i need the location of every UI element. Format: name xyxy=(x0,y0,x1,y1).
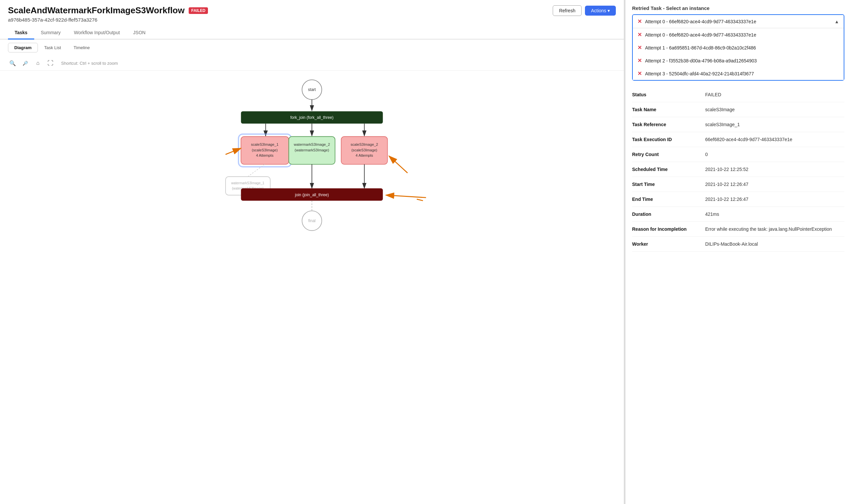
dropdown-option-2[interactable]: ✕ Attempt 2 - f3552b38-d00a-4796-b08a-a9… xyxy=(633,54,844,67)
option-0-label: Attempt 0 - 66ef6820-ace4-4cd9-9d77-4633… xyxy=(645,32,756,37)
detail-label-task-name: Task Name xyxy=(632,107,698,112)
detail-value-reason: Error while executing the task: java.lan… xyxy=(705,227,844,232)
detail-row-scheduled-time: Scheduled Time 2021-10-22 12:25:52 xyxy=(632,162,844,177)
detail-row-status: Status FAILED xyxy=(632,87,844,102)
svg-text:(watermarkS3Image): (watermarkS3Image) xyxy=(295,148,329,152)
svg-text:start: start xyxy=(308,87,316,92)
svg-text:(scaleS3Image): (scaleS3Image) xyxy=(351,148,377,152)
option-1-label: Attempt 1 - 6a695851-867d-4cd8-86c9-0b2a… xyxy=(645,45,756,51)
sub-tab-task-list[interactable]: Task List xyxy=(38,43,67,52)
option-2-label: Attempt 2 - f3552b38-d00a-4796-b08a-a9ad… xyxy=(645,58,757,64)
detail-value-scheduled-time: 2021-10-22 12:25:52 xyxy=(705,167,844,172)
detail-value-task-ref: scaleS3Image_1 xyxy=(705,122,844,127)
svg-text:scaleS3Image_1: scaleS3Image_1 xyxy=(251,142,278,146)
detail-row-start-time: Start Time 2021-10-22 12:26:47 xyxy=(632,177,844,192)
detail-row-task-ref: Task Reference scaleS3Image_1 xyxy=(632,117,844,132)
dropdown-list: ✕ Attempt 0 - 66ef6820-ace4-4cd9-9d77-46… xyxy=(633,28,844,80)
svg-text:(scaleS3Image): (scaleS3Image) xyxy=(252,148,278,152)
detail-label-retry-count: Retry Count xyxy=(632,152,698,157)
detail-value-start-time: 2021-10-22 12:26:47 xyxy=(705,182,844,187)
detail-value-worker: DILIPs-MacBook-Air.local xyxy=(705,241,844,247)
svg-text:4 Attempts: 4 Attempts xyxy=(256,154,274,157)
detail-row-duration: Duration 421ms xyxy=(632,207,844,222)
workflow-name-text: ScaleAndWatermarkForkImageS3Workflow xyxy=(8,5,185,16)
actions-button[interactable]: Actions ▾ xyxy=(585,6,616,16)
main-tabs: Tasks Summary Workflow Input/Output JSON xyxy=(0,26,624,39)
option-0-failed-icon: ✕ xyxy=(637,32,642,38)
svg-text:watermarkS3Image_2: watermarkS3Image_2 xyxy=(294,142,330,146)
option-1-failed-icon: ✕ xyxy=(637,44,642,51)
right-panel: Retried Task - Select an instance ✕ Atte… xyxy=(625,0,851,504)
dropdown-option-3[interactable]: ✕ Attempt 3 - 52504dfc-afd4-40a2-9224-21… xyxy=(633,67,844,80)
detail-label-start-time: Start Time xyxy=(632,182,698,187)
detail-value-end-time: 2021-10-22 12:26:47 xyxy=(705,197,844,202)
zoom-in-icon[interactable]: 🔎 xyxy=(21,58,30,68)
tab-json[interactable]: JSON xyxy=(127,26,152,39)
workflow-title: ScaleAndWatermarkForkImageS3Workflow FAI… xyxy=(8,5,208,16)
detail-row-worker: Worker DILIPs-MacBook-Air.local xyxy=(632,237,844,252)
detail-value-retry-count: 0 xyxy=(705,152,844,157)
svg-text:4 Attempts: 4 Attempts xyxy=(356,154,373,157)
detail-row-task-name: Task Name scaleS3Image xyxy=(632,102,844,117)
svg-text:join (join_all_three): join (join_all_three) xyxy=(295,193,329,197)
detail-row-end-time: End Time 2021-10-22 12:26:47 xyxy=(632,192,844,207)
detail-value-status: FAILED xyxy=(705,92,844,97)
zoom-out-icon[interactable]: 🔍 xyxy=(8,58,17,68)
sub-tab-diagram[interactable]: Diagram xyxy=(8,43,38,52)
detail-row-retry-count: Retry Count 0 xyxy=(632,147,844,162)
option-3-label: Attempt 3 - 52504dfc-afd4-40a2-9224-214b… xyxy=(645,71,754,76)
sub-tab-timeline[interactable]: Timeline xyxy=(67,43,96,52)
detail-label-task-ref: Task Reference xyxy=(632,122,698,127)
status-badge: FAILED xyxy=(189,7,208,14)
detail-value-task-name: scaleS3Image xyxy=(705,107,844,112)
detail-section: Status FAILED Task Name scaleS3Image Tas… xyxy=(625,81,851,258)
workflow-id: a976b485-357a-42cf-922d-ffef573a3276 xyxy=(8,17,208,22)
dropdown-chevron-up-icon: ▲ xyxy=(834,19,839,24)
dropdown-selected[interactable]: ✕ Attempt 0 - 66ef6820-ace4-4cd9-9d77-46… xyxy=(633,15,844,28)
detail-row-reason: Reason for Incompletion Error while exec… xyxy=(632,222,844,237)
svg-text:scaleS3Image_2: scaleS3Image_2 xyxy=(351,142,378,146)
tab-workflow-io[interactable]: Workflow Input/Output xyxy=(67,26,127,39)
detail-value-exec-id: 66ef6820-ace4-4cd9-9d77-463343337e1e xyxy=(705,137,844,142)
detail-row-exec-id: Task Execution ID 66ef6820-ace4-4cd9-9d7… xyxy=(632,132,844,147)
tab-tasks[interactable]: Tasks xyxy=(8,26,34,39)
svg-text:watermarkS3Image_1: watermarkS3Image_1 xyxy=(231,181,264,185)
detail-label-scheduled-time: Scheduled Time xyxy=(632,167,698,172)
refresh-button[interactable]: Refresh xyxy=(553,5,582,16)
selected-instance-text: Attempt 0 - 66ef6820-ace4-4cd9-9d77-4633… xyxy=(645,19,756,24)
diagram-toolbar: 🔍 🔎 ⌂ ⛶ Shortcut: Ctrl + scroll to zoom xyxy=(0,56,624,71)
detail-label-worker: Worker xyxy=(632,241,698,247)
detail-value-duration: 421ms xyxy=(705,212,844,217)
detail-label-end-time: End Time xyxy=(632,197,698,202)
dropdown-option-1[interactable]: ✕ Attempt 1 - 6a695851-867d-4cd8-86c9-0b… xyxy=(633,41,844,54)
instance-dropdown[interactable]: ✕ Attempt 0 - 66ef6820-ace4-4cd9-9d77-46… xyxy=(632,14,844,81)
detail-label-reason: Reason for Incompletion xyxy=(632,227,698,232)
shortcut-hint: Shortcut: Ctrl + scroll to zoom xyxy=(61,61,118,66)
svg-text:final: final xyxy=(308,218,316,223)
sub-tabs: Diagram Task List Timeline xyxy=(0,39,624,56)
option-3-failed-icon: ✕ xyxy=(637,70,642,77)
retried-task-title: Retried Task - Select an instance xyxy=(625,0,851,14)
option-2-failed-icon: ✕ xyxy=(637,57,642,64)
fullscreen-icon[interactable]: ⛶ xyxy=(46,58,55,68)
workflow-diagram: start fork_join (fork_all_three) scaleS3… xyxy=(7,77,617,250)
selected-failed-icon: ✕ xyxy=(637,18,642,24)
diagram-area: start fork_join (fork_all_three) scaleS3… xyxy=(0,71,624,504)
detail-label-duration: Duration xyxy=(632,212,698,217)
svg-text:fork_join (fork_all_three): fork_join (fork_all_three) xyxy=(290,115,334,120)
home-icon[interactable]: ⌂ xyxy=(33,58,42,68)
detail-label-status: Status xyxy=(632,92,698,97)
detail-label-exec-id: Task Execution ID xyxy=(632,137,698,142)
dropdown-option-0[interactable]: ✕ Attempt 0 - 66ef6820-ace4-4cd9-9d77-46… xyxy=(633,28,844,41)
tab-summary[interactable]: Summary xyxy=(34,26,67,39)
